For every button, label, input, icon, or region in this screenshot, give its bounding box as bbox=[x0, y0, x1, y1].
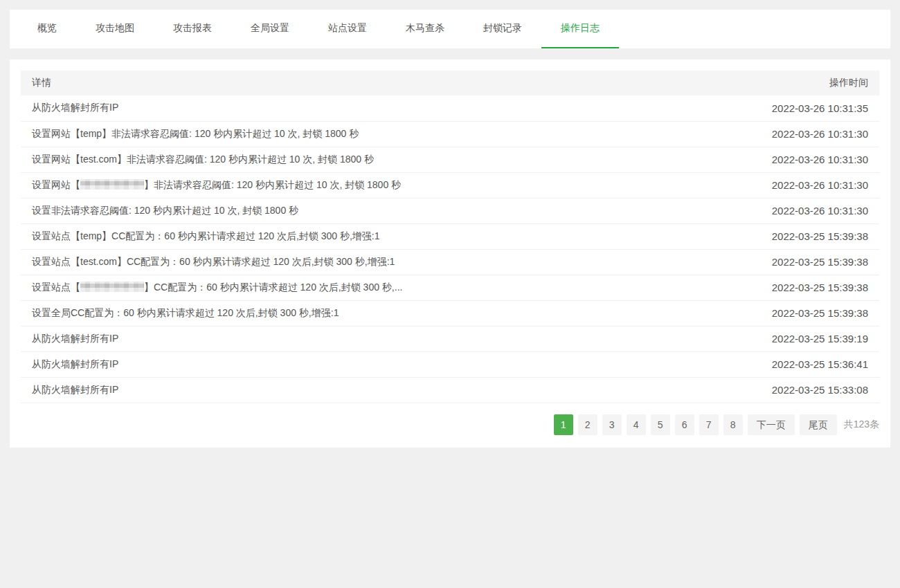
table-header-row: 详情 操作时间 bbox=[21, 71, 879, 95]
log-detail: 设置网站【】非法请求容忍阈值: 120 秒内累计超过 10 次, 封锁 1800… bbox=[21, 172, 727, 198]
log-time: 2022-03-25 15:33:08 bbox=[727, 377, 879, 403]
log-time: 2022-03-25 15:39:19 bbox=[727, 326, 879, 351]
log-detail: 从防火墙解封所有IP bbox=[21, 351, 727, 377]
pagination: 12345678 下一页 尾页 共123条 bbox=[21, 414, 879, 437]
log-time: 2022-03-26 10:31:30 bbox=[727, 198, 879, 223]
log-time: 2022-03-25 15:36:41 bbox=[727, 351, 879, 377]
next-page-button[interactable]: 下一页 bbox=[748, 414, 795, 435]
log-time: 2022-03-26 10:31:35 bbox=[727, 95, 879, 121]
log-detail: 设置网站【test.com】非法请求容忍阈值: 120 秒内累计超过 10 次,… bbox=[21, 147, 727, 172]
log-detail: 设置站点【】CC配置为：60 秒内累计请求超过 120 次后,封锁 300 秒,… bbox=[21, 275, 727, 300]
log-detail: 设置站点【test.com】CC配置为：60 秒内累计请求超过 120 次后,封… bbox=[21, 249, 727, 275]
page-button-2[interactable]: 2 bbox=[578, 414, 597, 435]
log-detail: 从防火墙解封所有IP bbox=[21, 95, 727, 121]
last-page-button[interactable]: 尾页 bbox=[800, 414, 837, 435]
tab-trojan-scan[interactable]: 木马查杀 bbox=[386, 10, 464, 48]
tab-global-settings[interactable]: 全局设置 bbox=[231, 10, 309, 48]
page-button-7[interactable]: 7 bbox=[699, 414, 719, 435]
tab-overview[interactable]: 概览 bbox=[18, 10, 76, 48]
table-row: 设置网站【】非法请求容忍阈值: 120 秒内累计超过 10 次, 封锁 1800… bbox=[21, 172, 879, 198]
table-row: 设置网站【temp】非法请求容忍阈值: 120 秒内累计超过 10 次, 封锁 … bbox=[21, 121, 879, 147]
column-header-time: 操作时间 bbox=[727, 71, 879, 95]
log-time: 2022-03-25 15:39:38 bbox=[727, 223, 879, 249]
log-detail: 从防火墙解封所有IP bbox=[21, 326, 727, 351]
total-count-label: 共123条 bbox=[844, 419, 879, 431]
log-detail: 从防火墙解封所有IP bbox=[21, 377, 727, 403]
log-detail: 设置站点【temp】CC配置为：60 秒内累计请求超过 120 次后,封锁 30… bbox=[21, 223, 727, 249]
page-button-3[interactable]: 3 bbox=[602, 414, 622, 435]
table-row: 设置全局CC配置为：60 秒内累计请求超过 120 次后,封锁 300 秒,增强… bbox=[21, 300, 879, 326]
table-row: 设置站点【】CC配置为：60 秒内累计请求超过 120 次后,封锁 300 秒,… bbox=[21, 275, 879, 300]
log-time: 2022-03-25 15:39:38 bbox=[727, 249, 879, 275]
page-button-5[interactable]: 5 bbox=[651, 414, 670, 435]
log-time: 2022-03-26 10:31:30 bbox=[727, 121, 879, 147]
tab-operation-log[interactable]: 操作日志 bbox=[541, 10, 619, 48]
log-time: 2022-03-25 15:39:38 bbox=[727, 275, 879, 300]
table-row: 设置站点【test.com】CC配置为：60 秒内累计请求超过 120 次后,封… bbox=[21, 249, 879, 275]
tab-attack-report[interactable]: 攻击报表 bbox=[154, 10, 231, 48]
table-row: 设置站点【temp】CC配置为：60 秒内累计请求超过 120 次后,封锁 30… bbox=[21, 223, 879, 249]
page-button-6[interactable]: 6 bbox=[675, 414, 694, 435]
log-time: 2022-03-26 10:31:30 bbox=[727, 172, 879, 198]
page-button-4[interactable]: 4 bbox=[627, 414, 646, 435]
column-header-detail: 详情 bbox=[21, 71, 727, 95]
redacted-site-name bbox=[80, 282, 144, 292]
log-detail: 设置网站【temp】非法请求容忍阈值: 120 秒内累计超过 10 次, 封锁 … bbox=[21, 121, 727, 147]
page-button-1[interactable]: 1 bbox=[554, 414, 573, 435]
table-row: 从防火墙解封所有IP 2022-03-25 15:33:08 bbox=[21, 377, 879, 403]
log-detail: 设置非法请求容忍阈值: 120 秒内累计超过 10 次, 封锁 1800 秒 bbox=[21, 198, 727, 223]
tab-attack-map[interactable]: 攻击地图 bbox=[76, 10, 154, 48]
tab-bar: 概览攻击地图攻击报表全局设置站点设置木马查杀封锁记录操作日志 bbox=[10, 10, 890, 48]
page-button-8[interactable]: 8 bbox=[723, 414, 743, 435]
table-row: 从防火墙解封所有IP 2022-03-25 15:39:19 bbox=[21, 326, 879, 351]
table-row: 从防火墙解封所有IP 2022-03-25 15:36:41 bbox=[21, 351, 879, 377]
log-time: 2022-03-25 15:39:38 bbox=[727, 300, 879, 326]
tab-site-settings[interactable]: 站点设置 bbox=[309, 10, 386, 48]
log-time: 2022-03-26 10:31:30 bbox=[727, 147, 879, 172]
table-row: 设置非法请求容忍阈值: 120 秒内累计超过 10 次, 封锁 1800 秒 2… bbox=[21, 198, 879, 223]
table-row: 设置网站【test.com】非法请求容忍阈值: 120 秒内累计超过 10 次,… bbox=[21, 147, 879, 172]
operation-log-table: 详情 操作时间 从防火墙解封所有IP 2022-03-26 10:31:35 设… bbox=[21, 71, 879, 403]
tab-block-records[interactable]: 封锁记录 bbox=[464, 10, 541, 48]
table-row: 从防火墙解封所有IP 2022-03-26 10:31:35 bbox=[21, 95, 879, 121]
log-detail: 设置全局CC配置为：60 秒内累计请求超过 120 次后,封锁 300 秒,增强… bbox=[21, 300, 727, 326]
redacted-site-name bbox=[80, 179, 144, 190]
operation-log-panel: 详情 操作时间 从防火墙解封所有IP 2022-03-26 10:31:35 设… bbox=[10, 59, 890, 448]
